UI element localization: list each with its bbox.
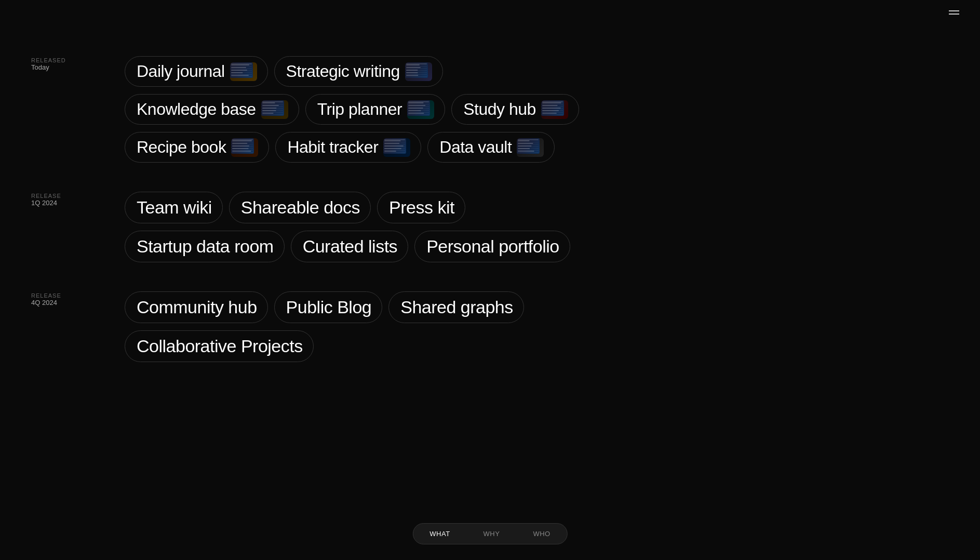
svg-rect-3 (231, 72, 243, 73)
svg-rect-13 (262, 110, 276, 111)
chips-row-4q2024-0: Community hubPublic BlogShared graphs (125, 291, 959, 323)
svg-rect-36 (518, 143, 533, 144)
svg-rect-32 (384, 145, 404, 146)
section-label-top-today: RELEASED (31, 57, 66, 63)
svg-rect-27 (232, 145, 249, 146)
svg-rect-22 (542, 108, 561, 109)
menu-line-2 (949, 14, 959, 15)
section-label-main-today: Today (31, 63, 49, 71)
chip-thumb-strategic-writing (405, 62, 432, 81)
svg-rect-9 (406, 75, 418, 76)
chips-row-today-2: Recipe bookHabit trackerData vault (125, 132, 959, 163)
chip-label-recipe-book: Recipe book (137, 138, 226, 157)
chip-curated-lists[interactable]: Curated lists (291, 231, 408, 262)
chip-strategic-writing[interactable]: Strategic writing (274, 56, 443, 87)
chip-startup-data-room[interactable]: Startup data room (125, 231, 285, 262)
chips-row-1q2024-1: Startup data roomCurated listsPersonal p… (125, 231, 959, 262)
chip-study-hub[interactable]: Study hub (451, 94, 579, 125)
chip-knowledge-base[interactable]: Knowledge base (125, 94, 299, 125)
chip-thumb-screen-trip-planner (407, 100, 430, 116)
svg-rect-20 (542, 102, 561, 103)
section-label-main-4q2024: 4Q 2024 (31, 299, 57, 306)
svg-rect-30 (384, 140, 401, 141)
chip-shared-graphs[interactable]: Shared graphs (388, 291, 524, 323)
bottom-nav-item-who[interactable]: WHO (516, 524, 567, 544)
chip-thumb-knowledge-base (261, 100, 288, 119)
svg-rect-10 (262, 102, 275, 103)
chip-label-knowledge-base: Knowledge base (137, 100, 256, 119)
section-label-top-1q2024: RELEASE (31, 193, 61, 199)
chip-data-vault[interactable]: Data vault (427, 132, 555, 163)
chip-label-shareable-docs: Shareable docs (241, 197, 360, 218)
chip-label-strategic-writing: Strategic writing (286, 62, 400, 81)
chip-label-curated-lists: Curated lists (303, 236, 397, 257)
chip-collaborative-projects[interactable]: Collaborative Projects (125, 330, 314, 362)
svg-rect-21 (542, 105, 558, 106)
chip-label-collaborative-projects: Collaborative Projects (137, 336, 303, 356)
chip-label-trip-planner: Trip planner (317, 100, 402, 119)
chip-label-startup-data-room: Startup data room (137, 236, 274, 257)
svg-rect-12 (262, 108, 276, 109)
chip-thumb-screen-data-vault (517, 138, 540, 154)
bottom-nav-item-what[interactable]: WHAT (413, 524, 466, 544)
chip-thumb-recipe-book (231, 138, 258, 157)
main-content: RELEASEDTodayDaily journalStrategic writ… (0, 0, 980, 429)
chips-container-4q2024: Community hubPublic BlogShared graphsCol… (125, 287, 980, 366)
svg-rect-28 (232, 148, 249, 149)
chip-public-blog[interactable]: Public Blog (274, 291, 383, 323)
svg-rect-35 (518, 140, 530, 141)
svg-rect-14 (262, 113, 274, 114)
svg-rect-38 (518, 148, 530, 149)
bottom-nav-item-why[interactable]: WHY (467, 524, 517, 544)
chip-recipe-book[interactable]: Recipe book (125, 132, 269, 163)
section-today: RELEASEDTodayDaily journalStrategic writ… (0, 10, 980, 177)
chip-thumb-daily-journal (230, 62, 257, 81)
svg-rect-26 (232, 143, 247, 144)
chip-team-wiki[interactable]: Team wiki (125, 192, 223, 223)
chip-habit-tracker[interactable]: Habit tracker (275, 132, 421, 163)
chips-container-1q2024: Team wikiShareable docsPress kitStartup … (125, 188, 980, 266)
svg-rect-34 (384, 151, 396, 152)
section-label-top-4q2024: RELEASE (31, 292, 61, 299)
svg-rect-5 (406, 64, 420, 65)
chip-shareable-docs[interactable]: Shareable docs (229, 192, 371, 223)
chip-thumb-screen-daily-journal (230, 62, 253, 78)
chip-press-kit[interactable]: Press kit (377, 192, 465, 223)
chip-personal-portfolio[interactable]: Personal portfolio (414, 231, 570, 262)
svg-rect-18 (408, 110, 421, 111)
chips-row-today-1: Knowledge baseTrip plannerStudy hub (125, 94, 959, 125)
chips-row-1q2024-0: Team wikiShareable docsPress kit (125, 192, 959, 223)
section-1q2024: RELEASE1Q 2024Team wikiShareable docsPre… (0, 177, 980, 277)
chip-label-data-vault: Data vault (439, 138, 512, 157)
section-label-4q2024: RELEASE4Q 2024 (0, 287, 125, 312)
chip-daily-journal[interactable]: Daily journal (125, 56, 268, 87)
svg-rect-16 (408, 105, 425, 106)
chip-thumb-screen-recipe-book (231, 138, 254, 154)
svg-rect-2 (231, 70, 247, 71)
svg-rect-4 (231, 75, 249, 76)
svg-rect-11 (262, 105, 279, 106)
chip-thumb-screen-habit-tracker (383, 138, 406, 154)
svg-rect-1 (231, 67, 246, 68)
header-right (941, 10, 959, 15)
chip-label-team-wiki: Team wiki (137, 197, 212, 218)
svg-rect-8 (406, 72, 418, 73)
chip-thumb-screen-knowledge-base (261, 100, 284, 116)
section-label-1q2024: RELEASE1Q 2024 (0, 188, 125, 212)
section-label-today: RELEASEDToday (0, 52, 125, 76)
chip-community-hub[interactable]: Community hub (125, 291, 268, 323)
svg-rect-19 (408, 113, 424, 114)
svg-rect-33 (384, 148, 401, 149)
svg-rect-39 (518, 151, 534, 152)
svg-rect-17 (408, 108, 423, 109)
chip-label-public-blog: Public Blog (286, 297, 372, 317)
menu-icon[interactable] (949, 10, 959, 15)
chip-trip-planner[interactable]: Trip planner (305, 94, 446, 125)
chip-label-shared-graphs: Shared graphs (400, 297, 513, 317)
menu-line-1 (949, 10, 959, 11)
chip-label-daily-journal: Daily journal (137, 62, 225, 81)
chip-thumb-data-vault (517, 138, 544, 157)
chips-row-4q2024-1: Collaborative Projects (125, 330, 959, 362)
svg-rect-6 (406, 67, 421, 68)
chip-label-press-kit: Press kit (389, 197, 454, 218)
